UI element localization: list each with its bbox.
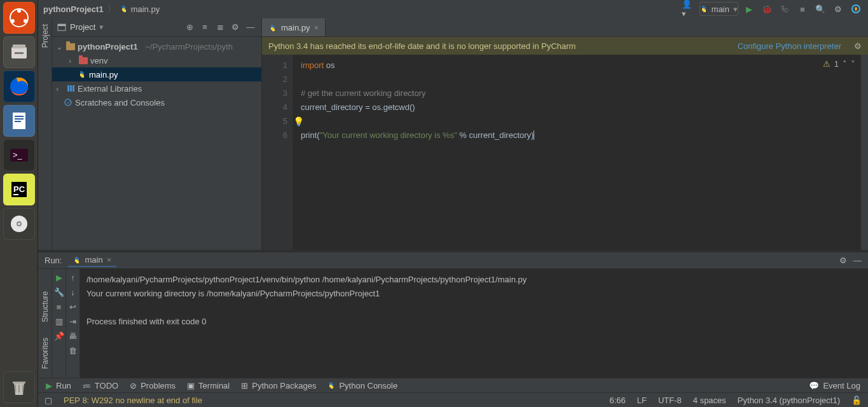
down-icon[interactable]: ↓ (71, 287, 75, 297)
trash-icon[interactable]: 🗑 (69, 346, 77, 355)
wrench-icon[interactable]: 🔧 (54, 287, 64, 297)
hide-icon[interactable]: — (853, 256, 862, 265)
left-rail-structure[interactable]: Structure (41, 291, 50, 322)
layout-icon[interactable]: ▥ (55, 317, 63, 326)
folder-icon (66, 43, 75, 50)
chevron-down-icon[interactable]: ▾ (99, 22, 104, 32)
configure-interpreter-link[interactable]: Configure Python interpreter (738, 41, 841, 51)
close-icon[interactable]: × (314, 23, 319, 32)
tool-terminal[interactable]: ▣Terminal (187, 381, 230, 390)
tree-scratches[interactable]: Scratches and Consoles (52, 95, 261, 109)
project-pane-title[interactable]: Project (70, 22, 95, 32)
svg-text:>_: >_ (13, 150, 23, 160)
status-sdk[interactable]: Python 3.4 (pythonProject1) (738, 396, 840, 405)
tree-venv[interactable]: › venv (52, 53, 261, 67)
tool-packages[interactable]: ⊞Python Packages (241, 381, 316, 390)
editor-tab[interactable]: main.py × (262, 18, 326, 36)
launcher-pycharm[interactable]: PC (3, 174, 35, 205)
left-rail-project[interactable]: Project (41, 18, 50, 54)
breadcrumb-file-label: main.py (131, 4, 160, 14)
run-config-label: main (712, 4, 729, 14)
tool-eventlog[interactable]: 💬Event Log (809, 381, 860, 390)
launcher-terminal[interactable]: >_ (3, 139, 35, 171)
launcher-dash[interactable] (3, 2, 35, 34)
soft-wrap-icon[interactable]: ↩ (69, 302, 76, 312)
up-icon[interactable]: ↑ (71, 273, 75, 282)
tree-ext-label: External Libraries (78, 84, 142, 93)
scratches-icon (64, 98, 72, 107)
launcher-writer[interactable] (3, 105, 35, 137)
print-icon[interactable]: 🖶 (69, 331, 77, 341)
gear-icon[interactable]: ⚙ (854, 41, 862, 51)
inspection-badge[interactable]: ⚠ 1 ˄ ˅ (823, 57, 855, 71)
bottom-toolbar: ▶Run ≔TODO ⊘Problems ▣Terminal ⊞Python P… (38, 378, 868, 393)
svg-rect-10 (15, 118, 24, 120)
svg-rect-16 (13, 194, 18, 195)
status-line-sep[interactable]: LF (637, 396, 647, 405)
ide-features-icon[interactable] (849, 2, 863, 16)
rerun-icon[interactable]: ▶ (56, 273, 62, 282)
gear-icon[interactable]: ⚙ (230, 22, 241, 32)
locate-icon[interactable]: ⊕ (184, 22, 195, 32)
tree-main-file[interactable]: main.py (52, 67, 261, 81)
tool-pyconsole[interactable]: Python Console (327, 381, 397, 390)
svg-point-28 (65, 99, 71, 106)
run-tab[interactable]: main × (68, 254, 116, 267)
run-header: Run: main × ⚙ — (38, 252, 868, 269)
run-config-selector[interactable]: main ▾ (699, 2, 738, 16)
svg-point-19 (18, 223, 20, 225)
launcher-disc[interactable] (3, 208, 35, 240)
status-tool-icon[interactable]: ▢ (45, 396, 52, 405)
breadcrumb-file[interactable]: main.py (120, 4, 160, 14)
close-icon[interactable]: × (107, 255, 112, 265)
expand-all-icon[interactable]: ≡ (199, 22, 210, 32)
tool-todo[interactable]: ≔TODO (83, 381, 118, 390)
scroll-icon[interactable]: ⇥ (69, 317, 76, 326)
tool-problems[interactable]: ⊘Problems (130, 381, 176, 390)
status-indent[interactable]: 4 spaces (693, 396, 726, 405)
run-button[interactable]: ▶ (742, 2, 756, 16)
run-tab-label: main (85, 255, 102, 265)
notice-text: Python 3.4 has reached its end-of-life d… (268, 41, 575, 51)
breadcrumb-project[interactable]: pythonProject1 (43, 4, 104, 14)
coverage-button[interactable]: ⮱ (778, 2, 792, 16)
stop-button[interactable]: ■ (796, 2, 809, 16)
code-content[interactable]: import os # get the current working dire… (293, 55, 860, 250)
chevron-up-icon[interactable]: ˄ (843, 57, 847, 71)
status-caret-pos[interactable]: 6:66 (609, 396, 625, 405)
pin-icon[interactable]: 📌 (54, 331, 64, 341)
chevron-down-icon[interactable]: ˅ (851, 57, 855, 71)
error-stripe[interactable] (860, 55, 868, 250)
search-everywhere-icon[interactable]: 🔍 (813, 2, 827, 16)
svg-rect-6 (15, 52, 24, 54)
run-console[interactable]: /home/kalyani/PycharmProjects/pythonProj… (80, 269, 868, 378)
launcher-files[interactable] (3, 36, 35, 68)
svg-point-1 (17, 9, 21, 13)
status-encoding[interactable]: UTF-8 (658, 396, 682, 405)
code-editor[interactable]: 123456 import os # get the current worki… (262, 55, 868, 250)
gear-icon[interactable]: ⚙ (839, 256, 847, 265)
tree-scratches-label: Scratches and Consoles (75, 98, 165, 107)
launcher-trash[interactable] (3, 371, 35, 403)
folder-icon (79, 57, 88, 64)
vcs-icon[interactable]: 👤▾ (682, 2, 696, 16)
navigation-bar: pythonProject1 〉 main.py 👤▾ main ▾ ▶ 🐞 ⮱… (38, 0, 868, 18)
python-file-icon (120, 4, 128, 13)
tree-root[interactable]: ⌄ pythonProject1 ~/PycharmProjects/pyth (52, 39, 261, 53)
lock-icon[interactable]: 🔓 (851, 396, 862, 405)
tool-run[interactable]: ▶Run (46, 381, 71, 390)
debug-button[interactable]: 🐞 (760, 2, 774, 16)
settings-icon[interactable]: ⚙ (831, 2, 845, 16)
left-rail-favorites[interactable]: Favorites (41, 338, 50, 369)
project-pane-header: Project ▾ ⊕ ≡ ≣ ⚙ — (52, 18, 261, 37)
hide-icon[interactable]: — (245, 22, 256, 32)
svg-rect-5 (13, 45, 25, 48)
intention-bulb-icon[interactable]: 💡 (293, 114, 304, 128)
svg-rect-9 (15, 116, 24, 117)
ide-window: pythonProject1 〉 main.py 👤▾ main ▾ ▶ 🐞 ⮱… (38, 0, 868, 407)
launcher-firefox[interactable] (3, 71, 35, 102)
collapse-all-icon[interactable]: ≣ (214, 22, 226, 32)
stop-icon[interactable]: ■ (57, 302, 62, 312)
project-tree[interactable]: ⌄ pythonProject1 ~/PycharmProjects/pyth … (52, 37, 261, 250)
tree-ext-lib[interactable]: › External Libraries (52, 81, 261, 95)
